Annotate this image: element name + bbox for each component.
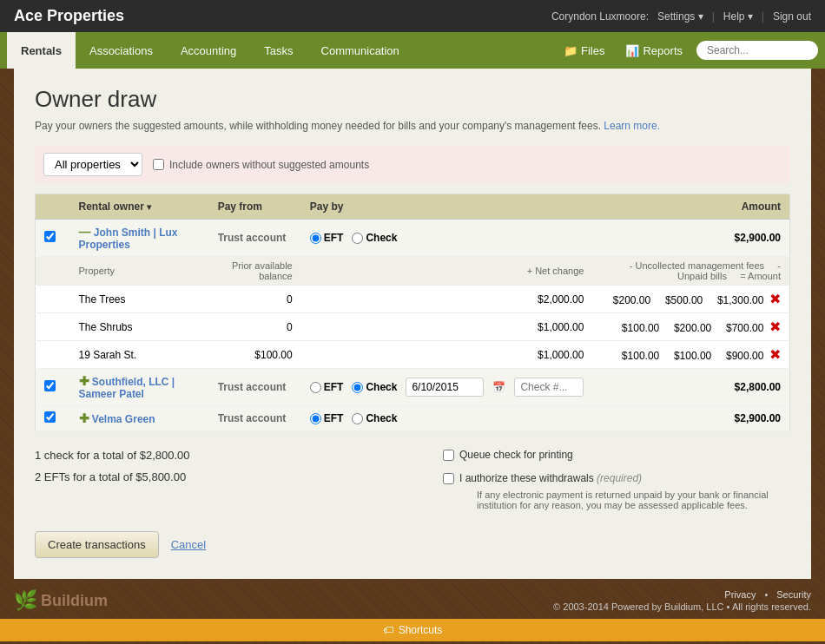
owner-checkbox[interactable] xyxy=(44,231,56,242)
queue-label: Queue check for printing xyxy=(459,449,573,461)
queue-row: Queue check for printing xyxy=(443,449,790,461)
th-pay-by: Pay by xyxy=(301,194,593,220)
reports-link[interactable]: 📊 Reports xyxy=(618,44,690,57)
owner-name-link[interactable]: Southfield, LLC | Sameer Patel xyxy=(79,376,175,400)
folder-icon: 📁 xyxy=(564,44,578,57)
files-link[interactable]: 📁 Files xyxy=(557,44,611,57)
page-title: Owner draw xyxy=(35,86,790,113)
shortcuts-icon: 🏷 xyxy=(383,624,393,636)
owner-pay-from: Trust account xyxy=(209,220,301,257)
table-header-row: Rental owner ▾ Pay from Pay by Amount xyxy=(36,194,790,220)
security-link[interactable]: Security xyxy=(776,589,811,600)
eft-radio[interactable] xyxy=(310,382,321,393)
check-radio-label[interactable]: Check xyxy=(352,412,397,424)
pay-by-radio-group: EFT Check xyxy=(310,412,584,424)
check-radio[interactable] xyxy=(352,413,363,424)
owner-pay-by-cell: EFT Check xyxy=(301,220,593,257)
app-name: Ace Properties xyxy=(14,7,124,25)
authorize-checkbox[interactable] xyxy=(443,473,454,484)
summary-section: 1 check for a total of $2,800.00 2 EFTs … xyxy=(35,449,790,510)
create-transactions-button[interactable]: Create transactions xyxy=(35,531,159,558)
owner-checkbox-cell[interactable] xyxy=(36,220,70,257)
table-row: The Shrubs 0 $1,000.00 $100.00 $200.00 $… xyxy=(36,313,790,341)
table-row: — John Smith | Lux Properties Trust acco… xyxy=(36,220,790,257)
nav-associations[interactable]: Associations xyxy=(76,32,167,69)
owner-checkbox-cell[interactable] xyxy=(36,369,70,406)
check-radio-label[interactable]: Check xyxy=(352,232,397,244)
check-date-input[interactable] xyxy=(406,378,484,397)
summary-right: Queue check for printing I authorize the… xyxy=(443,449,790,510)
settings-link[interactable]: Settings ▾ xyxy=(657,10,703,23)
table-row: ✚ Velma Green Trust account EFT Check xyxy=(36,406,790,431)
summary-left: 1 check for a total of $2,800.00 2 EFTs … xyxy=(35,449,190,492)
bar-chart-icon: 📊 xyxy=(625,44,639,57)
signout-link[interactable]: Sign out xyxy=(773,10,811,23)
learn-more-link[interactable]: Learn more. xyxy=(604,120,660,132)
shortcuts-bar[interactable]: 🏷 Shortcuts xyxy=(0,619,825,641)
shortcuts-label: Shortcuts xyxy=(399,624,443,636)
footer: 🌿 Buildium Privacy • Security © 2003-201… xyxy=(0,579,825,619)
cancel-button[interactable]: Cancel xyxy=(168,531,209,558)
owner-name-cell: — John Smith | Lux Properties xyxy=(70,220,209,257)
draw-table: Rental owner ▾ Pay from Pay by Amount — … xyxy=(35,194,790,431)
th-pay-from: Pay from xyxy=(209,194,301,220)
pay-by-radio-group: EFT Check 📅 xyxy=(310,378,584,397)
net-change: $1,000.00 xyxy=(301,341,593,369)
property-select[interactable]: All properties xyxy=(43,153,142,176)
owner-pay-from: Trust account xyxy=(209,406,301,431)
prior-balance: $100.00 xyxy=(209,341,301,369)
nav-bar: Rentals Associations Accounting Tasks Co… xyxy=(0,32,825,69)
owner-pay-by-cell: EFT Check xyxy=(301,406,593,431)
eft-radio[interactable] xyxy=(310,233,321,244)
sub-header-row: Property Prior available balance + Net c… xyxy=(36,257,790,286)
sub-th-net: + Net change xyxy=(301,257,593,286)
calendar-icon[interactable]: 📅 xyxy=(492,381,505,393)
username: Coryndon Luxmoore: xyxy=(551,10,649,23)
check-radio[interactable] xyxy=(352,382,363,393)
eft-radio[interactable] xyxy=(310,413,321,424)
nav-tasks[interactable]: Tasks xyxy=(250,32,307,69)
sub-th-property: Property xyxy=(70,257,209,286)
privacy-link[interactable]: Privacy xyxy=(724,589,756,600)
page-subtitle: Pay your owners the suggested amounts, w… xyxy=(35,120,790,132)
eft-radio-label[interactable]: EFT xyxy=(310,232,344,244)
eft-radio-label[interactable]: EFT xyxy=(310,381,344,393)
include-without-checkbox[interactable] xyxy=(153,159,164,170)
sub-th-prior: Prior available balance xyxy=(209,257,301,286)
authorize-note: If any electronic payment is returned un… xyxy=(477,490,790,510)
owner-tag-icon: ✚ xyxy=(79,411,89,425)
pay-by-radio-group: EFT Check xyxy=(310,232,584,244)
owner-checkbox-cell[interactable] xyxy=(36,406,70,431)
leaf-icon: 🌿 xyxy=(14,589,37,612)
nav-communication[interactable]: Communication xyxy=(307,32,413,69)
sub-th-mgmt: - Uncollected management fees - Unpaid b… xyxy=(592,257,789,286)
main-content: Owner draw Pay your owners the suggested… xyxy=(14,69,811,579)
delete-property-icon[interactable]: ✖ xyxy=(769,292,781,306)
owner-name-link[interactable]: John Smith | Lux Properties xyxy=(79,227,178,251)
delete-property-icon[interactable]: ✖ xyxy=(769,347,781,362)
copyright-text: © 2003-2014 Powered by Buildium, LLC • A… xyxy=(553,601,811,612)
owner-checkbox[interactable] xyxy=(44,411,56,423)
owner-amount: $2,900.00 xyxy=(592,220,789,257)
check-number-input[interactable] xyxy=(514,378,584,397)
top-right-nav: Coryndon Luxmoore: Settings ▾ | Help ▾ |… xyxy=(551,10,811,23)
check-radio-label[interactable]: Check xyxy=(352,381,397,393)
search-input[interactable] xyxy=(696,41,818,60)
queue-checkbox[interactable] xyxy=(443,450,454,461)
check-radio[interactable] xyxy=(352,233,363,244)
owner-tag-icon: — xyxy=(79,225,91,239)
prior-balance: 0 xyxy=(209,313,301,341)
property-name: The Trees xyxy=(70,286,209,313)
include-without-label[interactable]: Include owners without suggested amounts xyxy=(153,159,369,171)
owner-amount: $2,900.00 xyxy=(592,406,789,431)
eft-radio-label[interactable]: EFT xyxy=(310,412,344,424)
delete-property-icon[interactable]: ✖ xyxy=(769,319,781,334)
owner-checkbox[interactable] xyxy=(44,380,56,391)
owner-name-link[interactable]: Velma Green xyxy=(92,413,155,425)
footer-right: Privacy • Security © 2003-2014 Powered b… xyxy=(553,589,811,612)
help-link[interactable]: Help ▾ xyxy=(723,10,753,23)
table-row: The Trees 0 $2,000.00 $200.00 $500.00 $1… xyxy=(36,286,790,313)
nav-accounting[interactable]: Accounting xyxy=(167,32,250,69)
authorize-text: I authorize these withdrawals (required) xyxy=(459,472,642,484)
nav-rentals[interactable]: Rentals xyxy=(7,32,76,69)
